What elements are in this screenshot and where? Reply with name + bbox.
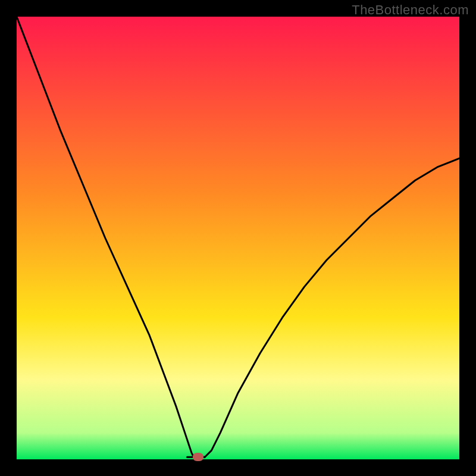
plot-area — [17, 17, 459, 459]
watermark-text: TheBottleneck.com — [352, 2, 469, 18]
chart-frame: TheBottleneck.com — [0, 0, 476, 476]
optimum-marker — [193, 453, 203, 461]
chart-svg — [17, 17, 459, 459]
